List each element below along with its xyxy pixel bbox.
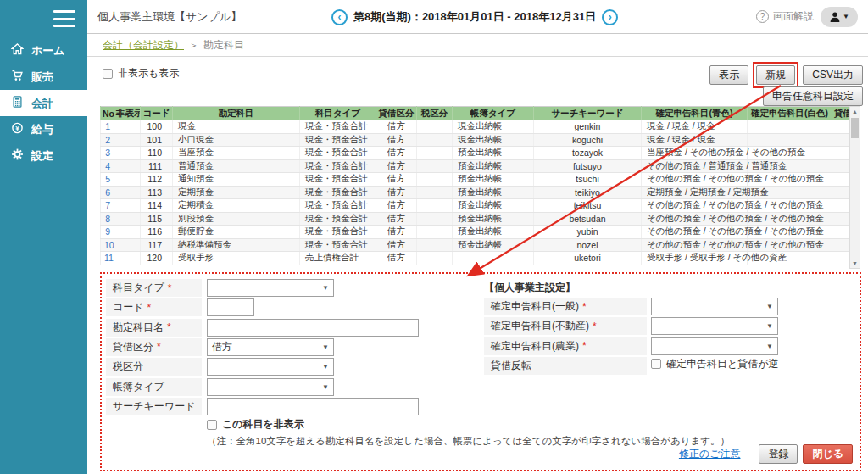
cell-name: 普通預金 (173, 159, 300, 173)
field-control (207, 298, 254, 316)
table-row[interactable]: 5112通知預金現金・預金合計借方預金出納帳tsuchiその他の預金 / その他… (101, 173, 850, 187)
table-row[interactable]: 7114定期積金現金・預金合計借方預金出納帳teikitsuその他の預金 / そ… (101, 199, 850, 213)
column-header: サーチキーワード (534, 107, 642, 120)
table-row[interactable]: 11120受取手形売上債権合計借方uketori受取手形 / 受取手形 / その… (101, 252, 850, 265)
税区分-select[interactable]: ▼ (207, 358, 334, 376)
scroll-up-icon[interactable]: ▲ (850, 109, 860, 114)
cell-key: uketori (534, 252, 642, 265)
hamburger-menu-icon[interactable] (53, 10, 75, 27)
row-number-link[interactable]: 2 (101, 133, 114, 147)
cell-hidden (114, 173, 141, 187)
hide-account-checkbox[interactable] (207, 420, 217, 430)
cell-key: yubin (534, 226, 642, 239)
view-button[interactable]: 表示 (709, 65, 748, 85)
prev-period-button[interactable]: ‹ (331, 9, 348, 25)
register-button[interactable]: 登録 (759, 444, 798, 464)
row-number-link[interactable]: 10 (101, 238, 114, 252)
chevron-down-icon: ▼ (322, 383, 329, 391)
table-row[interactable]: 1100現金現金・預金合計借方現金出納帳genkin現金 / 現金 / 現金 (101, 120, 850, 134)
reverse-checkbox[interactable] (651, 359, 661, 369)
sidebar-item-payroll[interactable]: ¥給与 (0, 116, 87, 142)
table-row[interactable]: 8115別段預金現金・預金合計借方預金出納帳betsudanその他の預金 / そ… (101, 212, 850, 226)
content-area: 非表示も表示 表示 新規 CSV出力 申告任意科目設定 No非表示コード勘定科目… (87, 57, 868, 474)
table-row[interactable]: 3110当座預金現金・預金合計借方預金出納帳tozayok当座預金 / その他の… (101, 147, 850, 160)
table-row[interactable]: 9116郵便貯金現金・預金合計借方預金出納帳yubinその他の預金 / その他の… (101, 226, 850, 239)
cell-blue: その他の預金 / その他の預金 / その他の預金 (642, 173, 748, 187)
sidebar-item-home[interactable]: ホーム (0, 37, 87, 64)
勘定科目名-input[interactable] (207, 319, 419, 337)
cell-book: 預金出納帳 (453, 199, 534, 213)
correction-notice-link[interactable]: 修正のご注意 (679, 447, 741, 461)
hide-account-row: この科目を非表示 (207, 417, 304, 432)
cell-white (748, 120, 832, 134)
column-header: 勘定科目 (173, 107, 300, 120)
cell-side: 借方 (376, 226, 417, 239)
chevron-down-icon: ▼ (766, 303, 773, 310)
cell-rev (832, 199, 850, 213)
row-number-link[interactable]: 5 (101, 173, 114, 187)
user-menu-button[interactable]: ▼ (821, 7, 858, 27)
cell-tax (417, 226, 453, 239)
cart-icon (11, 70, 24, 84)
chevron-down-icon: ▼ (766, 343, 773, 350)
cell-name: 現金 (173, 120, 300, 134)
確定申告科目(一般)-select[interactable]: ▼ (651, 298, 778, 315)
sidebar: ホーム販売会計¥給与設定 (0, 0, 87, 474)
row-number-link[interactable]: 9 (101, 226, 114, 239)
cell-blue: その他の預金 / その他の預金 / その他の預金 (642, 238, 748, 252)
貸借区分-select[interactable]: 借方▼ (207, 338, 334, 356)
scroll-down-icon[interactable]: ▼ (850, 260, 860, 266)
table-row[interactable]: 10117納税準備預金現金・預金合計借方預金出納帳nozeiその他の預金 / そ… (101, 238, 850, 252)
cell-book: 預金出納帳 (453, 238, 534, 252)
required-asterisk: * (147, 302, 152, 314)
帳簿タイプ-select[interactable]: ▼ (207, 378, 334, 396)
確定申告科目(農業)-select[interactable]: ▼ (651, 337, 778, 355)
close-button[interactable]: 閉じる (803, 444, 853, 464)
cell-type: 売上債権合計 (300, 252, 376, 265)
row-number-link[interactable]: 8 (101, 212, 114, 226)
table-row[interactable]: 2101小口現金現金・預金合計借方現金出納帳koguchi現金 / 現金 / 現… (101, 133, 850, 147)
show-hidden-checkbox[interactable] (103, 69, 113, 79)
row-number-link[interactable]: 4 (101, 159, 114, 173)
row-number-link[interactable]: 11 (101, 252, 114, 265)
table-scrollbar[interactable]: ▲ ▼ (849, 106, 860, 269)
field-label: 貸借区分* (106, 338, 202, 356)
cell-type: 現金・預金合計 (300, 147, 376, 160)
sidebar-item-accounting[interactable]: 会計 (0, 90, 87, 116)
確定申告科目(不動産)-select[interactable]: ▼ (651, 317, 778, 335)
required-asterisk: * (582, 301, 587, 313)
chevron-down-icon: ▼ (322, 363, 329, 371)
サーチキーワード-input[interactable] (207, 398, 419, 415)
csv-export-button[interactable]: CSV出力 (803, 65, 863, 85)
cell-white (748, 133, 832, 147)
row-number-link[interactable]: 6 (101, 186, 114, 199)
cell-rev (832, 212, 850, 226)
form-footer: 修正のご注意 登録 閉じる (679, 444, 853, 464)
field-control: 借方▼ (207, 338, 334, 356)
row-number-link[interactable]: 1 (101, 120, 114, 134)
cell-blue: 当座預金 / その他の預金 / その他の預金 (642, 147, 748, 160)
コード-input[interactable] (207, 298, 254, 316)
next-period-button[interactable]: › (602, 9, 618, 25)
sidebar-item-settings[interactable]: 設定 (0, 142, 87, 169)
sidebar-item-sales[interactable]: 販売 (0, 64, 87, 90)
cell-book: 現金出納帳 (453, 120, 534, 134)
field-control: 確定申告科目と貸借が逆 (651, 357, 779, 371)
table-row[interactable]: 4111普通預金現金・預金合計借方預金出納帳futsuyoその他の預金 / 普通… (101, 159, 850, 173)
breadcrumb-parent-link[interactable]: 会計（会計設定） (103, 38, 184, 53)
row-number-link[interactable]: 3 (101, 147, 114, 160)
field-label: 確定申告科目(一般)* (484, 298, 647, 315)
scrollbar-thumb[interactable] (851, 118, 859, 138)
cell-key: betsudan (534, 212, 642, 226)
field-label: サーチキーワード (106, 398, 202, 415)
table-row[interactable]: 6113定期預金現金・預金合計借方預金出納帳teikiyo定期預金 / 定期預金… (101, 186, 850, 199)
科目タイプ-select[interactable]: ▼ (207, 279, 334, 297)
cell-hidden (114, 252, 141, 265)
column-header: 税区分 (417, 107, 453, 120)
new-button[interactable]: 新規 (756, 65, 795, 85)
row-number-link[interactable]: 7 (101, 199, 114, 213)
cell-hidden (114, 238, 141, 252)
help-button[interactable]: ? 画面解説 (756, 9, 814, 24)
declare-settings-button[interactable]: 申告任意科目設定 (763, 86, 863, 106)
field-label: 確定申告科目(不動産)* (484, 317, 647, 335)
